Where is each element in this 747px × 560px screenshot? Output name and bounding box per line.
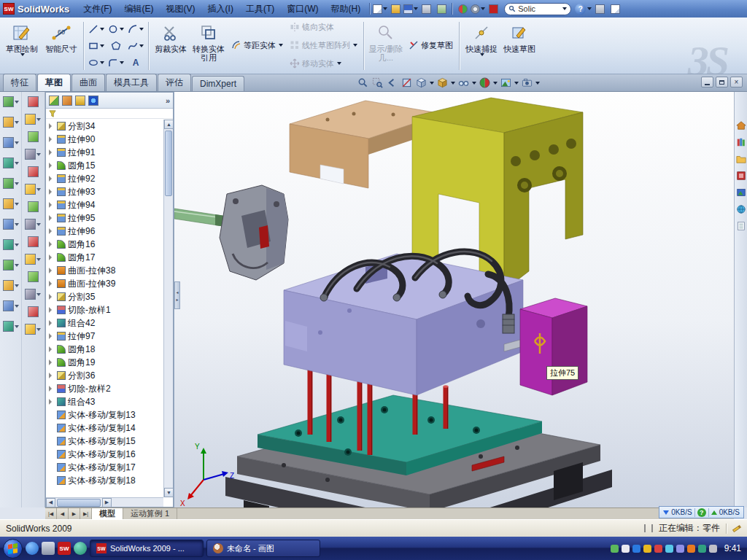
start-button[interactable] [3,539,23,559]
tab-sketch[interactable]: 草图 [37,74,71,91]
scroll-left-arrow[interactable]: ◀ [46,498,55,508]
tree-item[interactable]: 实体-移动/复制18 [46,474,163,487]
fullscreen-button[interactable] [592,1,607,16]
hide-show-items-icon[interactable] [457,77,470,90]
left-tool-button[interactable] [25,184,41,195]
trim-entities-button[interactable]: 剪裁实体 [152,20,190,71]
tray-icon[interactable] [654,545,662,553]
scroll-right-arrow[interactable]: ▶ [102,498,112,508]
expand-arrow-icon[interactable] [49,215,55,221]
convert-entities-button[interactable]: 转换实体引用 [190,20,228,71]
quick-launch-show-desktop-icon[interactable] [42,542,55,555]
tree-item[interactable]: 圆角18 [46,343,163,356]
new-document-button[interactable] [373,1,387,16]
minimize-icon[interactable] [701,77,713,88]
smart-dimension-button[interactable]: 60 智能尺寸 [42,20,80,71]
open-button[interactable] [388,1,403,16]
expand-arrow-icon[interactable] [49,281,55,287]
tab-model[interactable]: 模型 [92,508,123,519]
dimxpert-manager-icon[interactable] [88,96,98,106]
expand-arrow-icon[interactable] [49,333,55,339]
next-tab-button[interactable]: ▶ [69,508,80,519]
left-tool-button[interactable] [3,239,19,250]
scrollbar-thumb[interactable] [165,131,172,196]
menu-item-window[interactable]: 窗口(W) [281,1,324,18]
left-tool-button[interactable] [28,166,39,177]
left-tool-button[interactable] [28,201,39,212]
sketch-fillet-button[interactable] [107,55,125,71]
chevron-down-icon[interactable] [514,82,519,85]
expand-arrow-icon[interactable] [49,163,55,168]
left-tool-button[interactable] [25,219,41,230]
expand-arrow-icon[interactable] [49,123,55,129]
tab-features[interactable]: 特征 [3,74,36,91]
tree-item[interactable]: 组合43 [46,395,163,408]
tree-item[interactable]: 拉伸96 [46,225,163,238]
left-tool-button[interactable] [28,96,39,107]
left-tool-button[interactable] [3,198,19,209]
close-icon[interactable]: × [730,77,743,88]
help-icon[interactable]: ? [575,4,586,15]
save-button[interactable] [403,1,418,16]
tree-item[interactable]: 实体-移动/复制14 [46,421,163,435]
expand-arrow-icon[interactable] [49,189,55,195]
move-entities-button[interactable]: 移动实体 [286,56,360,71]
chevron-down-icon[interactable] [451,82,455,85]
tree-item[interactable]: 切除-放样1 [46,303,163,316]
network-speed-widget[interactable]: 0KB/S ? 0KB/S [659,506,744,518]
expand-arrow-icon[interactable] [49,176,55,182]
quick-launch-solidworks-icon[interactable]: SW [58,542,71,555]
left-tool-button[interactable] [28,236,39,247]
feature-manager-icon[interactable] [49,96,59,106]
tray-icon[interactable] [622,545,630,553]
menu-item-insert[interactable]: 插入(I) [202,1,239,18]
tab-surfaces[interactable]: 曲面 [71,74,105,91]
left-tool-button[interactable] [25,324,41,335]
chevron-down-icon[interactable] [535,82,540,85]
display-delete-relations-button[interactable]: 显示/删除几... [367,20,405,71]
scrollbar-thumb[interactable] [57,499,101,507]
tree-item[interactable]: 圆角17 [46,251,163,264]
chevron-down-icon[interactable] [493,82,498,85]
restore-icon[interactable] [716,77,728,88]
file-explorer-icon[interactable] [735,153,746,164]
3d-model-view[interactable]: Y Z X [174,92,735,508]
expand-arrow-icon[interactable] [49,241,55,247]
tree-item[interactable]: 拉伸97 [46,330,163,343]
appearances-scenes-icon[interactable] [735,187,746,198]
taskbar-app-solidworks[interactable]: SW SolidWorks 2009 - ... [90,540,204,557]
help-icon[interactable]: ? [697,508,706,517]
last-tab-button[interactable]: ▶| [80,508,92,519]
view-palette-icon[interactable] [735,170,746,181]
expand-arrow-icon[interactable] [49,320,55,326]
apply-scene-icon[interactable] [499,77,512,90]
left-tool-button[interactable] [3,321,19,332]
quick-launch-icon[interactable] [74,542,87,555]
offset-entities-button[interactable]: 等距实体 [228,38,286,53]
expand-arrow-icon[interactable] [49,373,55,378]
menu-item-tools[interactable]: 工具(T) [240,1,280,18]
design-library-icon[interactable] [735,136,746,147]
tree-item[interactable]: 曲面-拉伸39 [46,277,163,290]
left-tool-button[interactable] [3,117,19,128]
circle-tool-button[interactable] [107,21,125,37]
model-part-green-arm[interactable] [174,209,225,227]
expand-arrow-icon[interactable] [49,228,55,234]
expand-arrow-icon[interactable] [49,294,55,300]
tab-evaluate[interactable]: 评估 [158,74,191,91]
chevron-down-icon[interactable] [472,82,476,85]
tree-item[interactable]: 分割34 [46,120,163,133]
tray-icon[interactable] [611,545,619,553]
configuration-manager-icon[interactable] [75,96,85,106]
tray-icon[interactable] [632,545,640,553]
quick-launch-browser-icon[interactable] [26,542,39,555]
tree-item[interactable]: 实体-移动/复制16 [46,448,163,461]
quick-snaps-button[interactable]: 快速捕捉 [462,20,500,71]
tree-horizontal-scrollbar[interactable]: ◀ ▶ [46,497,163,507]
ellipse-tool-button[interactable] [87,55,106,71]
tree-item[interactable]: 圆角19 [46,356,163,369]
text-tool-button[interactable]: A [126,55,145,71]
line-tool-button[interactable] [87,21,106,37]
property-manager-icon[interactable] [62,96,72,106]
expand-arrow-icon[interactable] [49,399,55,405]
